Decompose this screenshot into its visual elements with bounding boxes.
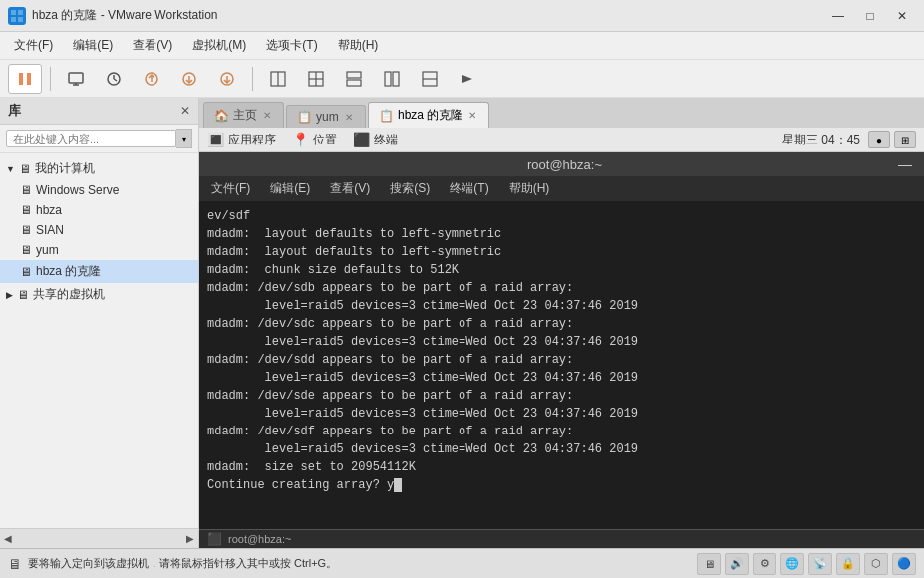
term-line-11: level=raid5 devices=3 ctime=Wed Oct 23 0… (207, 405, 916, 423)
window-title: hbza 的克隆 - VMware Workstation (32, 7, 824, 24)
tree-item-hbza[interactable]: 🖥 hbza (0, 200, 198, 220)
tree-item-windows[interactable]: 🖥 Windows Serve (0, 180, 198, 200)
tab-yum-close[interactable]: ✕ (343, 112, 355, 123)
menubar: 文件(F) 编辑(E) 查看(V) 虚拟机(M) 选项卡(T) 帮助(H) (0, 32, 924, 60)
term-menu-file[interactable]: 文件(F) (203, 178, 258, 199)
tab-home[interactable]: 🏠 主页 ✕ (203, 102, 284, 128)
menu-vm[interactable]: 虚拟机(M) (182, 33, 256, 58)
tree-item-shared[interactable]: ▶ 🖥 共享的虚拟机 (0, 283, 198, 306)
svg-rect-23 (347, 72, 361, 78)
layout4-button[interactable] (375, 64, 409, 94)
download-button[interactable] (172, 64, 206, 94)
tree-label-mycomputer: 我的计算机 (35, 160, 95, 177)
menu-file[interactable]: 文件(F) (4, 33, 63, 58)
menu-help[interactable]: 帮助(H) (328, 33, 389, 58)
terminal-bottom-tab: ⬛ root@hbza:~ (199, 529, 924, 548)
sidebar-header: 库 ✕ (0, 98, 198, 125)
status-btn-5[interactable]: 📡 (808, 553, 832, 575)
tree-item-clone[interactable]: 🖥 hbza 的克隆 (0, 260, 198, 283)
status-btn-6[interactable]: 🔒 (836, 553, 860, 575)
close-button[interactable]: ✕ (888, 6, 916, 26)
content-area: 🏠 主页 ✕ 📋 yum ✕ 📋 hbza 的克隆 ✕ 🔳 应用程序 (199, 98, 924, 548)
term-line-8: mdadm: /dev/sdd appears to be part of a … (207, 351, 916, 369)
nav-time-area: 星期三 04：45 ● ⊞ (782, 131, 916, 148)
menu-tabs[interactable]: 选项卡(T) (256, 33, 327, 58)
sidebar-search-area: ▾ (0, 125, 198, 153)
more-button[interactable] (451, 64, 484, 94)
clock-button[interactable] (97, 64, 131, 94)
tab-clone[interactable]: 📋 hbza 的克隆 ✕ (368, 102, 489, 128)
term-line-3: mdadm: chunk size defaults to 512K (207, 261, 916, 279)
terminal-tab-label: root@hbza:~ (228, 533, 291, 545)
pause-button[interactable] (8, 64, 42, 94)
menu-edit[interactable]: 编辑(E) (63, 33, 123, 58)
tree-item-sian[interactable]: 🖥 SIAN (0, 220, 198, 240)
term-menu-help[interactable]: 帮助(H) (501, 178, 558, 199)
nav-app-label: 应用程序 (228, 132, 276, 148)
record-button[interactable]: ● (868, 131, 890, 148)
computer-icon: 🖥 (19, 162, 31, 176)
terminal-window: root@hbza:~ — 文件(F) 编辑(E) 查看(V) 搜索(S) 终端… (199, 152, 924, 548)
layout5-button[interactable] (413, 64, 447, 94)
sidebar-title: 库 (8, 102, 21, 120)
navbar: 🔳 应用程序 📍 位置 ⬛ 终端 星期三 04：45 ● ⊞ (199, 128, 924, 152)
term-menu-view[interactable]: 查看(V) (322, 178, 378, 199)
vm-icon-sian: 🖥 (20, 223, 32, 237)
terminal-cursor (394, 478, 402, 492)
svg-marker-29 (462, 75, 472, 83)
status-right: 🖥 🔊 ⚙ 🌐 📡 🔒 ⬡ 🔵 (697, 553, 916, 575)
terminal-menubar: 文件(F) 编辑(E) 查看(V) 搜索(S) 终端(T) 帮助(H) (199, 176, 924, 201)
sidebar: 库 ✕ ▾ ▼ 🖥 我的计算机 🖥 Windows Serve 🖥 hbza (0, 98, 199, 548)
layout1-button[interactable] (261, 64, 295, 94)
term-menu-edit[interactable]: 编辑(E) (262, 178, 318, 199)
terminal-body[interactable]: ev/sdf mdadm: layout defaults to left-sy… (199, 201, 924, 529)
tab-home-close[interactable]: ✕ (261, 110, 273, 121)
titlebar: hbza 的克隆 - VMware Workstation — □ ✕ (0, 0, 924, 32)
toolbar (0, 60, 924, 98)
status-btn-7[interactable]: ⬡ (864, 553, 888, 575)
nav-applications[interactable]: 🔳 应用程序 (207, 132, 276, 148)
grid-button[interactable]: ⊞ (894, 131, 916, 148)
status-btn-2[interactable]: 🔊 (725, 553, 749, 575)
sidebar-scrollbar[interactable]: ◀ ▶ (0, 528, 198, 548)
menu-view[interactable]: 查看(V) (123, 33, 182, 58)
scroll-right[interactable]: ▶ (186, 533, 194, 544)
nav-location[interactable]: 📍 位置 (292, 132, 337, 148)
sidebar-search-input[interactable] (6, 130, 176, 147)
status-btn-8[interactable]: 🔵 (892, 553, 916, 575)
term-line-4: mdadm: /dev/sdb appears to be part of a … (207, 279, 916, 297)
status-btn-1[interactable]: 🖥 (697, 553, 721, 575)
minimize-button[interactable]: — (824, 6, 852, 26)
status-btn-3[interactable]: ⚙ (753, 553, 776, 575)
tab-bar: 🏠 主页 ✕ 📋 yum ✕ 📋 hbza 的克隆 ✕ (199, 98, 924, 128)
nav-terminal[interactable]: ⬛ 终端 (353, 132, 398, 148)
tree-item-yum[interactable]: 🖥 yum (0, 240, 198, 260)
term-menu-search[interactable]: 搜索(S) (382, 178, 438, 199)
tab-yum[interactable]: 📋 yum ✕ (286, 105, 366, 128)
tree-label-shared: 共享的虚拟机 (33, 286, 105, 303)
tab-clone-close[interactable]: ✕ (466, 110, 478, 121)
tree-label-windows: Windows Serve (36, 183, 119, 197)
shared-icon: 🖥 (17, 288, 29, 302)
svg-rect-25 (385, 72, 391, 86)
download2-button[interactable] (210, 64, 244, 94)
expand-icon-shared: ▶ (6, 290, 13, 300)
upload-button[interactable] (135, 64, 168, 94)
maximize-button[interactable]: □ (856, 6, 884, 26)
sidebar-close-button[interactable]: ✕ (180, 104, 190, 118)
term-line-1: mdadm: layout defaults to left-symmetric (207, 225, 916, 243)
layout3-button[interactable] (337, 64, 371, 94)
search-dropdown[interactable]: ▾ (176, 129, 192, 148)
term-menu-terminal[interactable]: 终端(T) (442, 178, 496, 199)
layout2-button[interactable] (299, 64, 333, 94)
tree-item-mycomputer[interactable]: ▼ 🖥 我的计算机 (0, 157, 198, 180)
window-controls: — □ ✕ (824, 6, 916, 26)
tree-label-hbza: hbza (36, 203, 62, 217)
monitor-button[interactable] (59, 64, 93, 94)
vm-icon-hbza: 🖥 (20, 203, 32, 217)
svg-rect-6 (69, 73, 83, 83)
status-btn-4[interactable]: 🌐 (780, 553, 804, 575)
scroll-left[interactable]: ◀ (4, 533, 12, 544)
terminal-minimize-button[interactable]: — (898, 156, 912, 172)
svg-rect-24 (347, 80, 361, 86)
